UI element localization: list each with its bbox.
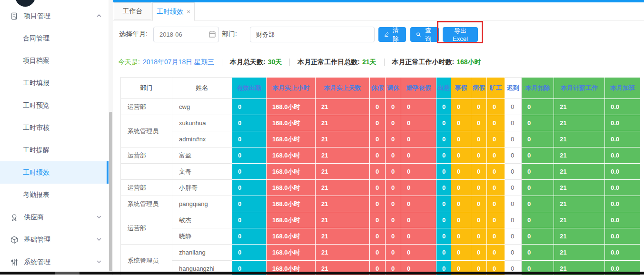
column-header-出差: 出差: [436, 78, 451, 99]
sidebar-item-工时预览[interactable]: 工时预览: [0, 94, 109, 117]
table-cell: 0: [232, 131, 267, 147]
column-header-旷工: 旷工: [487, 78, 505, 99]
table-cell: 0: [370, 196, 386, 212]
name-cell: admin#nx: [172, 131, 232, 147]
name-cell: cwg: [172, 99, 232, 115]
dept-cell: 运营部: [121, 180, 172, 196]
table-cell: 0: [505, 164, 522, 180]
dept-input[interactable]: [250, 27, 375, 42]
table-cell: 0: [386, 131, 401, 147]
table-cell: 0: [232, 228, 267, 245]
tab-label: 工时绩效: [157, 8, 183, 16]
sidebar-item-工时填报[interactable]: 工时填报: [0, 72, 109, 94]
sidebar-group-4[interactable]: 系统管理: [0, 251, 109, 273]
sidebar-item-工时提醒[interactable]: 工时提醒: [0, 139, 109, 161]
table-cell: 0.0: [605, 115, 641, 131]
summary-item-value: 21天: [362, 58, 376, 67]
table-cell: 0: [232, 115, 267, 131]
tab-工作台[interactable]: 工作台: [114, 2, 151, 20]
table-cell: 21: [554, 212, 605, 228]
export-excel-button[interactable]: 导出Excel: [443, 27, 478, 42]
table-row: 系统管理员xukunhua0168.0小时21000000000210.0: [121, 115, 641, 131]
table-cell: 0: [471, 164, 487, 180]
table-cell: 0: [436, 115, 451, 131]
table-cell: 0: [232, 164, 267, 180]
table-cell: 0: [505, 196, 522, 212]
main-area: 工作台工时绩效× 选择年月: 部门: 清除: [113, 0, 644, 275]
project-icon: [10, 11, 19, 21]
table-cell: 0: [505, 228, 522, 245]
supplier-icon: [10, 213, 19, 222]
sidebar-item-项目档案[interactable]: 项目档案: [0, 49, 109, 72]
column-header-病假: 病假: [471, 78, 487, 99]
table-cell: 0.0: [605, 228, 641, 245]
sidebar-group-2[interactable]: 供应商: [0, 206, 109, 228]
sidebar-item-合同管理[interactable]: 合同管理: [0, 27, 109, 49]
table-cell: 0: [232, 212, 267, 228]
sidebar-group-3[interactable]: 基础管理: [0, 228, 109, 251]
sidebar-group-1[interactable]: 项目管理: [0, 5, 109, 27]
table-cell: 0: [436, 245, 451, 261]
table-row: admin#nx0168.0小时21000000000210.0: [121, 131, 641, 147]
table-cell: 21: [316, 212, 370, 228]
chevron-up-icon: [96, 12, 102, 20]
table-cell: 168.0小时: [267, 99, 316, 115]
table-cell: 0: [522, 180, 554, 196]
search-button[interactable]: 查询: [410, 27, 439, 42]
table-cell: 0: [370, 180, 386, 196]
table-cell: 0: [505, 212, 522, 228]
calendar-icon[interactable]: [208, 30, 216, 38]
app-window: 项目管理合同管理项目档案工时填报工时预览工时审核工时提醒工时绩效考勤报表供应商基…: [0, 0, 644, 275]
clear-button[interactable]: 清除: [378, 27, 406, 42]
table-cell: 0: [386, 245, 401, 261]
sidebar-item-label: 合同管理: [23, 34, 50, 43]
table-cell: 0: [401, 228, 436, 245]
table-row: 运营部小胖哥0168.0小时21000000000210.0: [121, 180, 641, 196]
table-cell: 0: [451, 228, 471, 245]
table-cell: 0: [471, 180, 487, 196]
summary-separator: [222, 59, 222, 66]
sidebar-item-工时绩效[interactable]: 工时绩效: [0, 161, 109, 184]
table-cell: 0: [436, 228, 451, 245]
sidebar-group-label: 项目管理: [24, 12, 96, 20]
table-cell: 0: [471, 147, 487, 164]
table-cell: 21: [316, 164, 370, 180]
column-header-本月扣除: 本月扣除: [522, 78, 554, 99]
table-cell: 21: [316, 228, 370, 245]
sidebar-item-label: 工时绩效: [23, 168, 50, 177]
name-cell: 富盈: [172, 147, 232, 164]
table-cell: 21: [316, 180, 370, 196]
table-cell: 0.0: [605, 212, 641, 228]
table-cell: 0: [386, 115, 401, 131]
table-cell: 0: [401, 164, 436, 180]
dept-cell: 系统管理员: [121, 115, 172, 147]
dept-label: 部门:: [222, 30, 237, 39]
table-cell: 0: [386, 99, 401, 115]
clear-button-label: 清除: [391, 26, 400, 43]
table-cell: 0: [505, 131, 522, 147]
table-cell: 168.0小时: [267, 180, 316, 196]
table-cell: 0: [471, 212, 487, 228]
summary-item-label: 本月正常工作小时数:: [392, 58, 455, 67]
column-header-调休: 调休: [386, 78, 401, 99]
table-cell: 0: [401, 115, 436, 131]
table-cell: 0: [436, 164, 451, 180]
table-cell: 0: [370, 212, 386, 228]
table-cell: 0: [436, 212, 451, 228]
table-cell: 0: [401, 245, 436, 261]
table-cell: 0: [370, 245, 386, 261]
column-header-事假: 事假: [451, 78, 471, 99]
table-cell: 0: [370, 99, 386, 115]
sidebar-item-考勤报表[interactable]: 考勤报表: [0, 184, 109, 206]
sidebar-item-工时审核[interactable]: 工时审核: [0, 117, 109, 139]
table-cell: 0.0: [605, 196, 641, 212]
summary-separator: [384, 59, 385, 66]
sidebar-scrollbar-thumb[interactable]: [109, 112, 112, 271]
table-cell: 0: [436, 196, 451, 212]
tab-工时绩效[interactable]: 工时绩效×: [152, 2, 195, 21]
table-cell: 0: [505, 115, 522, 131]
table-cell: 0: [436, 147, 451, 164]
table-cell: 0: [487, 196, 505, 212]
window-bottom-edge-segment: [55, 272, 79, 275]
tab-close-icon[interactable]: ×: [187, 8, 190, 15]
